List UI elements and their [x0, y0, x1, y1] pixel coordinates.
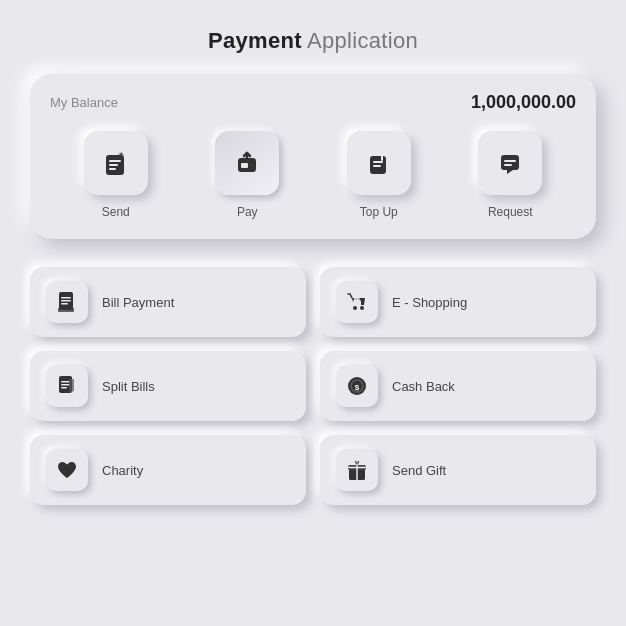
svg-rect-10	[504, 160, 516, 162]
balance-label: My Balance	[50, 95, 118, 110]
svg-point-17	[360, 306, 364, 310]
send-gift-icon	[344, 457, 370, 483]
request-label: Request	[488, 205, 533, 219]
bill-payment-icon	[54, 289, 80, 315]
request-icon	[493, 146, 527, 180]
request-icon-button[interactable]	[478, 131, 542, 195]
service-bill-payment[interactable]: Bill Payment	[30, 267, 306, 337]
action-send[interactable]: Send	[84, 131, 148, 219]
action-request[interactable]: Request	[478, 131, 542, 219]
service-cash-back[interactable]: $ Cash Back	[320, 351, 596, 421]
cash-back-label: Cash Back	[392, 379, 455, 394]
charity-icon	[54, 457, 80, 483]
top-up-icon-button[interactable]	[347, 131, 411, 195]
top-up-label: Top Up	[360, 205, 398, 219]
cash-back-icon: $	[344, 373, 370, 399]
e-shopping-icon-wrap	[336, 281, 378, 323]
bill-payment-icon-wrap	[46, 281, 88, 323]
send-gift-label: Send Gift	[392, 463, 446, 478]
balance-card: My Balance 1,000,000.00 Send	[30, 74, 596, 239]
svg-rect-13	[61, 297, 71, 299]
svg-rect-14	[61, 300, 71, 302]
cash-back-icon-wrap: $	[336, 365, 378, 407]
e-shopping-icon	[344, 289, 370, 315]
charity-label: Charity	[102, 463, 143, 478]
app-title: Payment Application	[208, 28, 418, 54]
svg-rect-20	[61, 381, 70, 383]
svg-rect-21	[61, 384, 70, 386]
service-e-shopping[interactable]: E - Shopping	[320, 267, 596, 337]
app-title-light: Application	[302, 28, 418, 53]
svg-rect-5	[241, 163, 248, 168]
send-gift-icon-wrap	[336, 449, 378, 491]
action-top-up[interactable]: Top Up	[347, 131, 411, 219]
action-pay[interactable]: Pay	[215, 131, 279, 219]
pay-label: Pay	[237, 205, 258, 219]
balance-amount: 1,000,000.00	[471, 92, 576, 113]
svg-rect-11	[504, 164, 512, 166]
svg-rect-22	[61, 387, 67, 389]
svg-rect-18	[353, 300, 361, 306]
service-split-bills[interactable]: Split Bills	[30, 351, 306, 421]
split-bills-icon-wrap	[46, 365, 88, 407]
pay-icon	[230, 146, 264, 180]
svg-point-16	[353, 306, 357, 310]
svg-rect-3	[109, 168, 116, 170]
balance-header: My Balance 1,000,000.00	[50, 92, 576, 113]
svg-rect-2	[109, 164, 118, 166]
svg-rect-7	[373, 161, 383, 163]
top-up-icon	[362, 146, 396, 180]
split-bills-label: Split Bills	[102, 379, 155, 394]
bill-payment-label: Bill Payment	[102, 295, 174, 310]
charity-icon-wrap	[46, 449, 88, 491]
send-icon	[99, 146, 133, 180]
services-grid: Bill Payment E - Shopping	[30, 267, 596, 505]
service-send-gift[interactable]: Send Gift	[320, 435, 596, 505]
send-label: Send	[102, 205, 130, 219]
send-icon-button[interactable]	[84, 131, 148, 195]
service-charity[interactable]: Charity	[30, 435, 306, 505]
split-bills-icon	[54, 373, 80, 399]
svg-text:$: $	[355, 383, 360, 392]
e-shopping-label: E - Shopping	[392, 295, 467, 310]
svg-rect-9	[501, 155, 519, 170]
svg-rect-15	[61, 303, 68, 305]
svg-rect-1	[109, 160, 121, 162]
svg-rect-8	[373, 165, 381, 167]
app-title-bold: Payment	[208, 28, 302, 53]
action-buttons-row: Send Pay	[50, 131, 576, 219]
pay-icon-button[interactable]	[215, 131, 279, 195]
